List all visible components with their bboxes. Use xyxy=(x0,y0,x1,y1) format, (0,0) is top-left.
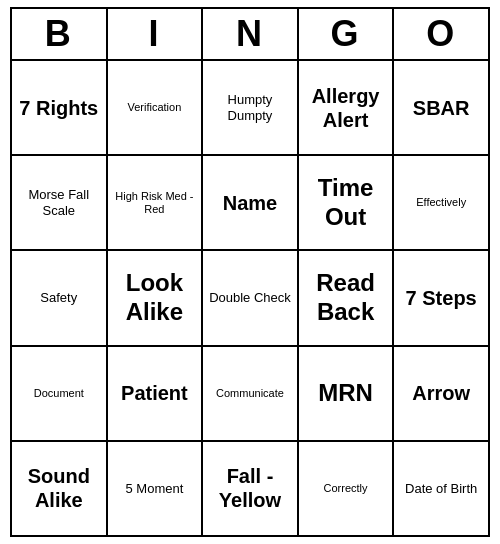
bingo-cell-2-0: Safety xyxy=(12,251,108,344)
header-letter-O: O xyxy=(394,9,488,59)
cell-text-1-1: High Risk Med - Red xyxy=(112,190,198,216)
bingo-cell-2-4: 7 Steps xyxy=(394,251,488,344)
bingo-cell-3-4: Arrow xyxy=(394,347,488,440)
bingo-cell-4-4: Date of Birth xyxy=(394,442,488,535)
bingo-row-1: Morse Fall ScaleHigh Risk Med - RedNameT… xyxy=(12,156,488,251)
cell-text-0-1: Verification xyxy=(127,101,181,114)
bingo-cell-4-2: Fall - Yellow xyxy=(203,442,299,535)
bingo-cell-3-3: MRN xyxy=(299,347,395,440)
cell-text-2-2: Double Check xyxy=(209,290,291,306)
bingo-cell-4-1: 5 Moment xyxy=(108,442,204,535)
header-letter-I: I xyxy=(108,9,204,59)
bingo-cell-3-0: Document xyxy=(12,347,108,440)
bingo-cell-1-0: Morse Fall Scale xyxy=(12,156,108,249)
cell-text-2-0: Safety xyxy=(40,290,77,306)
cell-text-3-3: MRN xyxy=(318,379,373,408)
bingo-cell-2-1: Look Alike xyxy=(108,251,204,344)
bingo-cell-3-2: Communicate xyxy=(203,347,299,440)
bingo-row-2: SafetyLook AlikeDouble CheckRead Back7 S… xyxy=(12,251,488,346)
bingo-card: BINGO 7 RightsVerificationHumpty DumptyA… xyxy=(10,7,490,537)
bingo-row-4: Sound Alike5 MomentFall - YellowCorrectl… xyxy=(12,442,488,535)
cell-text-0-4: SBAR xyxy=(413,96,470,120)
cell-text-4-0: Sound Alike xyxy=(16,464,102,512)
cell-text-3-1: Patient xyxy=(121,381,188,405)
bingo-cell-2-2: Double Check xyxy=(203,251,299,344)
cell-text-3-2: Communicate xyxy=(216,387,284,400)
cell-text-4-1: 5 Moment xyxy=(125,481,183,497)
bingo-cell-0-2: Humpty Dumpty xyxy=(203,61,299,154)
cell-text-4-4: Date of Birth xyxy=(405,481,477,497)
cell-text-3-4: Arrow xyxy=(412,381,470,405)
header-letter-G: G xyxy=(299,9,395,59)
bingo-cell-2-3: Read Back xyxy=(299,251,395,344)
cell-text-1-2: Name xyxy=(223,191,277,215)
bingo-header: BINGO xyxy=(12,9,488,61)
bingo-row-0: 7 RightsVerificationHumpty DumptyAllergy… xyxy=(12,61,488,156)
cell-text-1-3: Time Out xyxy=(303,174,389,232)
cell-text-4-2: Fall - Yellow xyxy=(207,464,293,512)
cell-text-0-2: Humpty Dumpty xyxy=(207,92,293,123)
bingo-grid: 7 RightsVerificationHumpty DumptyAllergy… xyxy=(12,61,488,535)
bingo-cell-1-4: Effectively xyxy=(394,156,488,249)
bingo-cell-0-0: 7 Rights xyxy=(12,61,108,154)
cell-text-1-4: Effectively xyxy=(416,196,466,209)
header-letter-B: B xyxy=(12,9,108,59)
bingo-cell-1-1: High Risk Med - Red xyxy=(108,156,204,249)
bingo-row-3: DocumentPatientCommunicateMRNArrow xyxy=(12,347,488,442)
header-letter-N: N xyxy=(203,9,299,59)
cell-text-0-3: Allergy Alert xyxy=(303,84,389,132)
bingo-cell-0-1: Verification xyxy=(108,61,204,154)
bingo-cell-0-4: SBAR xyxy=(394,61,488,154)
bingo-cell-1-3: Time Out xyxy=(299,156,395,249)
bingo-cell-0-3: Allergy Alert xyxy=(299,61,395,154)
bingo-cell-4-3: Correctly xyxy=(299,442,395,535)
cell-text-2-3: Read Back xyxy=(303,269,389,327)
cell-text-4-3: Correctly xyxy=(324,482,368,495)
bingo-cell-1-2: Name xyxy=(203,156,299,249)
bingo-cell-3-1: Patient xyxy=(108,347,204,440)
cell-text-1-0: Morse Fall Scale xyxy=(16,187,102,218)
cell-text-2-4: 7 Steps xyxy=(406,286,477,310)
bingo-cell-4-0: Sound Alike xyxy=(12,442,108,535)
cell-text-3-0: Document xyxy=(34,387,84,400)
cell-text-0-0: 7 Rights xyxy=(19,96,98,120)
cell-text-2-1: Look Alike xyxy=(112,269,198,327)
